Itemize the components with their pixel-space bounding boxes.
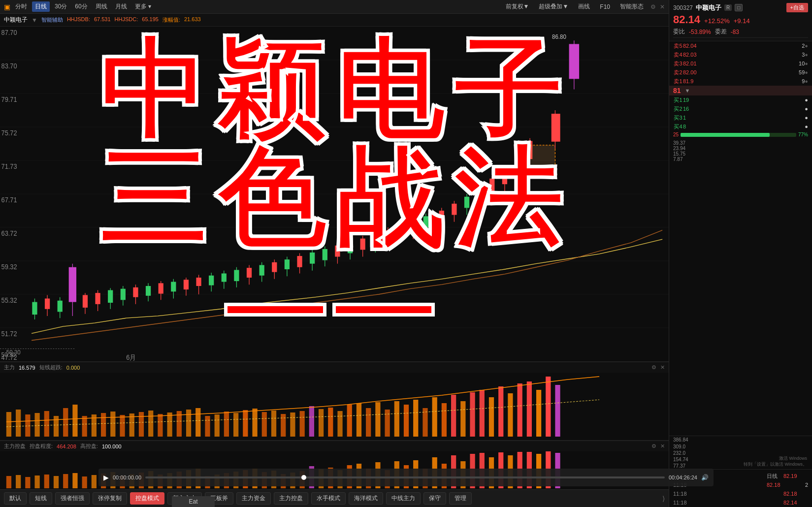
bottom-axis-row: 386.84 [669,436,812,444]
settings-small-icon[interactable]: □ [735,4,743,11]
play-button[interactable]: ▶ [103,474,109,481]
btn-manage[interactable]: 管理 [449,492,472,505]
current-price-row: 81 ▼ [669,86,812,95]
price-row: 82.14 +12.52% +9.14 [673,13,808,26]
btn-sailor[interactable]: 水手模式 [311,492,346,505]
toolbar: ▣ 分时 日线 30分 60分 周线 月线 更多 ▾ 前复权▼ 超级叠加▼ 画线… [0,0,669,14]
svg-rect-112 [0,373,669,437]
main-chart-area: 87.70 83.70 79.71 75.72 71.73 67.71 63.7… [0,27,669,361]
svg-rect-123 [101,413,106,437]
svg-rect-127 [139,412,144,437]
svg-rect-151 [366,408,371,437]
wei-cha-value: -83 [731,29,739,35]
svg-rect-118 [54,416,59,437]
svg-rect-179 [63,474,68,488]
svg-rect-56 [247,268,252,278]
ts-row-4: 11:18 82.14 [669,498,812,507]
svg-rect-124 [110,412,115,437]
stock-info-bar: 中颖电子 ▼ 智能辅助 HHJSDB: 67.531 HHJSDC: 65.19… [0,14,669,27]
order-row-sell3: 卖3 82.01 10 ● [669,59,812,68]
svg-rect-90 [464,197,469,208]
order-row-buy4: 买4 8 ● [669,122,812,131]
btn-short[interactable]: 短线 [30,492,52,505]
btn-main-fund[interactable]: 主力资金 [236,492,271,505]
volume-icon[interactable]: 🔊 [701,474,709,481]
toolbar-draw[interactable]: 画线 [575,1,593,12]
toolbar-smart-form[interactable]: 智能形态 [617,1,647,12]
svg-rect-72 [348,242,353,254]
right-header: 300327 中颖电子 R □ +自选 82.14 +12.52% +9.14 … [669,0,812,41]
toolbar-yue[interactable]: 月线 [112,1,130,12]
vol-main-label: 主力 [4,364,15,371]
svg-text:73.00-74.96: 73.00-74.96 [527,173,554,180]
btn-ocean[interactable]: 海洋模式 [349,492,383,505]
toolbar-30min[interactable]: 30分 [52,1,70,12]
svg-text:71.73: 71.73 [1,162,17,170]
svg-rect-78 [386,230,390,242]
svg-text:79.71: 79.71 [1,95,17,103]
current-price: 81 [673,87,681,95]
toolbar-more[interactable]: 更多 ▾ [132,1,154,12]
svg-rect-178 [54,476,59,488]
ctrl-label: 主力控盘 [4,443,26,450]
svg-rect-38 [133,287,138,297]
svg-rect-119 [63,408,68,437]
toolbar-60min[interactable]: 60分 [72,1,90,12]
ctrl-close-icon[interactable]: ✕ [660,443,665,449]
ai-badge: 智能辅助 [41,16,63,24]
add-self-button[interactable]: +自选 [786,3,808,12]
svg-text:83.70: 83.70 [1,62,17,70]
hhjsdb-value: 67.531 [94,16,111,24]
svg-rect-34 [108,290,113,303]
svg-rect-128 [148,411,153,437]
btn-conservative[interactable]: 保守 [423,492,446,505]
svg-rect-159 [442,403,447,437]
progress-dot[interactable] [301,475,306,480]
svg-rect-145 [309,406,314,437]
svg-rect-106 [569,44,579,79]
vol-settings-icon[interactable]: ⚙ [651,364,656,371]
video-player-bar[interactable]: ▶ 00:00:00.00 00:04:26:24 🔊 [98,469,714,486]
svg-rect-120 [72,405,77,437]
svg-rect-156 [413,400,418,437]
svg-rect-161 [460,401,465,437]
svg-rect-62 [285,259,290,269]
svg-rect-174 [16,475,21,488]
buy-pct-fill [681,133,770,137]
toolbar-zhou[interactable]: 周线 [93,1,110,12]
svg-rect-134 [205,416,210,437]
settings-icon[interactable]: ⚙ [650,3,656,10]
btn-main-control[interactable]: 主力控盘 [274,492,308,505]
btn-strong[interactable]: 强者恒强 [55,492,90,505]
close-chart-icon[interactable]: ✕ [660,3,665,10]
svg-rect-142 [281,414,286,437]
ctrl-settings-icon[interactable]: ⚙ [651,443,656,449]
toolbar-fuquan[interactable]: 前复权▼ [503,1,532,12]
svg-rect-136 [224,412,229,437]
svg-rect-42 [159,283,163,293]
btn-default[interactable]: 默认 [4,492,27,505]
svg-rect-138 [243,410,248,437]
svg-rect-149 [347,405,352,437]
ts-row-3: 11:18 82.18 [669,489,812,498]
toolbar-ri-xian[interactable]: 日线 [32,1,50,12]
toolbar-superimpose[interactable]: 超级叠加▼ [536,1,571,12]
nav-arrow-icon[interactable]: ⟩ [662,495,665,503]
progress-bar[interactable] [145,476,665,478]
toolbar-fen-shi[interactable]: 分时 [12,1,30,12]
btn-mid-main[interactable]: 中线主力 [386,492,421,505]
order-row-sell4: 卖4 82.03 3 ● [669,50,812,59]
svg-text:50.30: 50.30 [1,351,16,359]
eat-label: Eat [172,496,215,507]
svg-rect-113 [6,412,11,437]
svg-rect-26 [58,301,63,312]
svg-rect-158 [432,397,437,437]
toolbar-f10[interactable]: F10 [597,2,613,11]
order-row-sell1: 卖1 81.9 9 ● [669,77,812,86]
btn-copy[interactable]: 张停复制 [93,492,127,505]
svg-rect-24 [45,299,50,309]
btn-control-mode[interactable]: 控盘模式 [130,492,164,505]
svg-rect-104 [552,114,560,142]
volume-svg [0,373,669,437]
vol-close-icon[interactable]: ✕ [660,364,665,371]
